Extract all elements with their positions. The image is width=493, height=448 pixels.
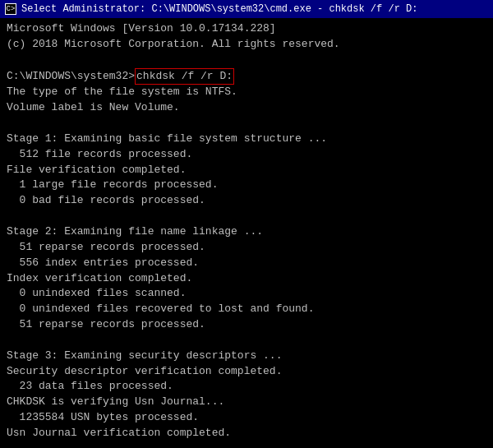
line-24: 23 data files processed. <box>7 379 486 395</box>
line-7 <box>7 116 486 132</box>
title-bar-text: Select Administrator: C:\WINDOWS\system3… <box>21 3 417 15</box>
line-12: 0 bad file records processed. <box>7 193 486 209</box>
title-bar-icon: C> <box>5 3 16 15</box>
line-19: 0 unindexed files recovered to lost and … <box>7 302 486 317</box>
line-17: Index verification completed. <box>7 271 486 287</box>
title-bar: C> Select Administrator: C:\WINDOWS\syst… <box>0 0 493 18</box>
line-15: 51 reparse records processed. <box>7 240 486 256</box>
line-25: CHKDSK is verifying Usn Journal... <box>7 395 486 410</box>
line-14: Stage 2: Examining file name linkage ... <box>7 224 486 240</box>
command-text: chkdsk /f /r D: <box>135 68 234 85</box>
line-8: Stage 1: Examining basic file system str… <box>7 132 486 147</box>
line-23: Security descriptor verification complet… <box>7 364 486 380</box>
line-27: Usn Journal verification completed. <box>7 426 486 441</box>
line-20: 51 reparse records processed. <box>7 317 486 333</box>
prompt-line: C:\WINDOWS\system32>chkdsk /f /r D: <box>7 68 486 85</box>
line-2: (c) 2018 Microsoft Corporation. All righ… <box>7 37 486 53</box>
line-13 <box>7 209 486 224</box>
line-9: 512 file records processed. <box>7 147 486 163</box>
line-18: 0 unindexed files scanned. <box>7 286 486 302</box>
line-26: 1235584 USN bytes processed. <box>7 410 486 426</box>
terminal-window: Microsoft Windows [Version 10.0.17134.22… <box>0 18 493 448</box>
line-5: The type of the file system is NTFS. <box>7 85 486 100</box>
line-1: Microsoft Windows [Version 10.0.17134.22… <box>7 21 486 37</box>
prompt-text: C:\WINDOWS\system32> <box>7 69 135 85</box>
line-3 <box>7 53 486 68</box>
line-6: Volume label is New Volume. <box>7 100 486 116</box>
line-22: Stage 3: Examining security descriptors … <box>7 349 486 364</box>
line-28 <box>7 441 486 448</box>
line-16: 556 index entries processed. <box>7 256 486 271</box>
line-21 <box>7 333 486 349</box>
line-11: 1 large file records processed. <box>7 178 486 193</box>
line-10: File verification completed. <box>7 163 486 178</box>
